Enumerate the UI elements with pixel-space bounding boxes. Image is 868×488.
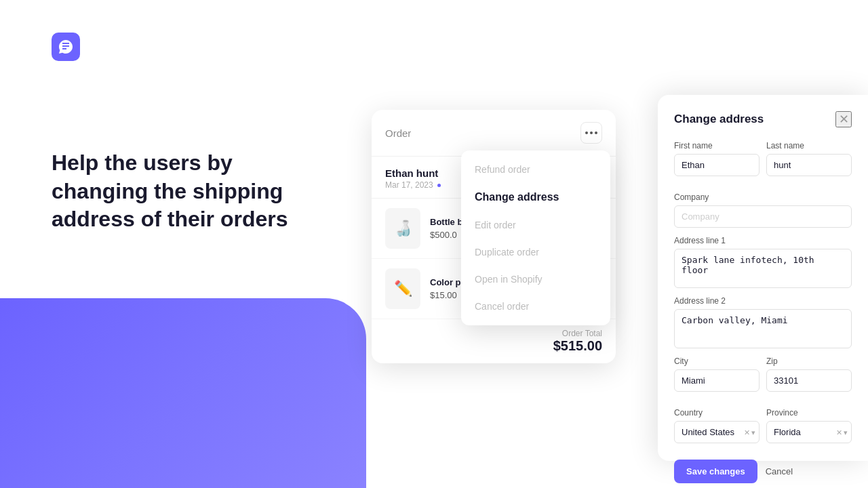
first-name-input[interactable] xyxy=(674,154,760,176)
order-total-amount: $515.00 xyxy=(385,338,602,354)
save-changes-button[interactable]: Save changes xyxy=(674,460,757,483)
order-total-label: Order Total xyxy=(385,329,602,338)
address1-group: Address line 1 xyxy=(674,236,852,288)
address2-input[interactable] xyxy=(674,309,852,348)
dot-3 xyxy=(595,131,597,134)
dropdown-item-edit[interactable]: Edit order xyxy=(461,211,610,239)
close-button[interactable]: ✕ xyxy=(835,111,852,127)
city-zip-row: City Zip xyxy=(674,357,852,400)
item-1-image: 🍶 xyxy=(385,208,420,249)
panel-title: Change address xyxy=(674,113,764,126)
dot-2 xyxy=(590,131,593,134)
country-chevron-icon: ▾ xyxy=(751,428,755,436)
customer-date: Mar 17, 2023 xyxy=(385,180,433,190)
first-name-label: First name xyxy=(674,141,760,150)
change-address-panel: Change address ✕ First name Last name Co… xyxy=(658,95,868,461)
address1-label: Address line 1 xyxy=(674,236,852,245)
background-gradient xyxy=(0,298,366,488)
dropdown-item-open-shopify[interactable]: Open in Shopify xyxy=(461,266,610,293)
address2-label: Address line 2 xyxy=(674,296,852,306)
dropdown-item-duplicate[interactable]: Duplicate order xyxy=(461,239,610,266)
logo xyxy=(52,33,80,61)
country-clear-icon[interactable]: ✕ xyxy=(744,428,750,436)
province-chevron-icon: ▾ xyxy=(844,428,848,436)
dropdown-item-refund[interactable]: Refund order xyxy=(461,156,610,183)
hero-section: Help the users by changing the shipping … xyxy=(52,149,296,234)
zip-label: Zip xyxy=(766,357,852,366)
panel-footer: Save changes Cancel xyxy=(674,460,852,483)
company-group: Company xyxy=(674,192,852,228)
province-select-icons: ✕ ▾ xyxy=(836,428,848,436)
city-label: City xyxy=(674,357,760,366)
chat-icon xyxy=(58,39,74,55)
dropdown-item-change-address[interactable]: Change address xyxy=(461,183,610,211)
zip-group: Zip xyxy=(766,357,852,392)
country-select-icons: ✕ ▾ xyxy=(744,428,755,436)
first-name-group: First name xyxy=(674,141,760,176)
panel-header: Change address ✕ xyxy=(674,111,852,127)
last-name-group: Last name xyxy=(766,141,852,176)
hero-heading: Help the users by changing the shipping … xyxy=(52,149,296,234)
company-label: Company xyxy=(674,192,852,202)
last-name-label: Last name xyxy=(766,141,852,150)
order-menu-button[interactable] xyxy=(580,122,602,144)
dropdown-item-cancel[interactable]: Cancel order xyxy=(461,293,610,320)
province-select-wrapper: Florida ✕ ▾ xyxy=(766,421,852,443)
country-group: Country United States ✕ ▾ xyxy=(674,408,760,443)
city-group: City xyxy=(674,357,760,392)
address2-group: Address line 2 xyxy=(674,296,852,348)
zip-input[interactable] xyxy=(766,369,852,392)
last-name-input[interactable] xyxy=(766,154,852,176)
name-row: First name Last name xyxy=(674,141,852,184)
order-total-section: Order Total $515.00 xyxy=(372,319,616,363)
province-label: Province xyxy=(766,408,852,418)
city-input[interactable] xyxy=(674,369,760,392)
logo-box xyxy=(52,33,80,61)
dropdown-menu: Refund order Change address Edit order D… xyxy=(461,150,610,325)
order-card-header: Order xyxy=(372,110,616,157)
country-label: Country xyxy=(674,408,760,418)
company-input[interactable] xyxy=(674,205,852,228)
order-card-title: Order xyxy=(385,127,411,139)
item-2-image: ✏️ xyxy=(385,268,420,309)
address1-input[interactable] xyxy=(674,249,852,288)
province-group: Province Florida ✕ ▾ xyxy=(766,408,852,443)
cancel-button[interactable]: Cancel xyxy=(766,466,793,476)
province-clear-icon[interactable]: ✕ xyxy=(836,428,842,436)
meta-dot xyxy=(437,184,441,187)
country-select-wrapper: United States ✕ ▾ xyxy=(674,421,760,443)
dot-1 xyxy=(585,131,588,134)
country-province-row: Country United States ✕ ▾ Province Flori… xyxy=(674,408,852,451)
